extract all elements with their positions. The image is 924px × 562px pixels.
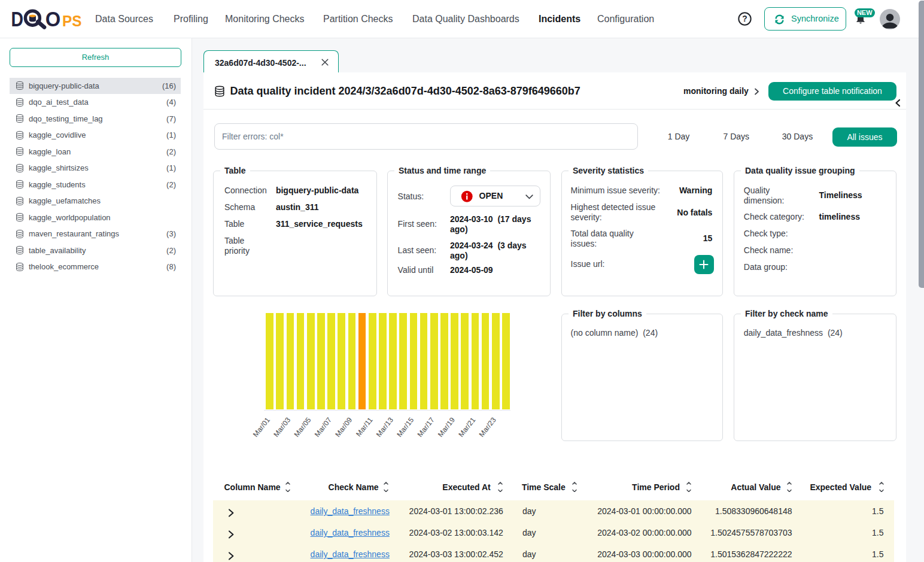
svg-text:D: D [11,7,23,31]
svg-text:O: O [45,7,61,31]
svg-text:PS: PS [62,12,82,30]
svg-text:?: ? [742,14,747,23]
